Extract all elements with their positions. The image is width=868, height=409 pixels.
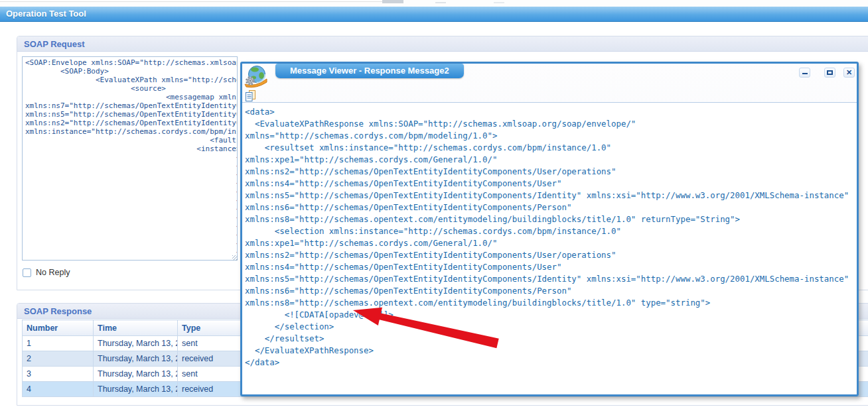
maximize-icon[interactable] — [824, 68, 835, 78]
no-reply-option: No Reply — [23, 268, 70, 277]
cell-number: 3 — [23, 367, 94, 382]
minimize-icon[interactable] — [799, 68, 810, 78]
browser-remnant-strip — [0, 0, 868, 7]
cell-time: Thursday, March 13, 2... — [94, 351, 178, 367]
annotation-arrow — [345, 302, 504, 354]
strip-notch — [382, 0, 403, 3]
soap-request-panel-title: SOAP Request — [17, 36, 868, 52]
copy-document-icon[interactable] — [244, 89, 257, 102]
resize-grip[interactable] — [232, 255, 238, 261]
strip-dash — [494, 2, 504, 3]
page: Operation Test Tool SOAP Request <SOAP:E… — [0, 0, 868, 409]
strip-dash — [435, 2, 446, 3]
globe-gear-icon — [244, 65, 269, 88]
column-header-number[interactable]: Number — [23, 320, 94, 336]
page-title: Operation Test Tool — [0, 7, 868, 22]
cell-time: Thursday, March 13, 2... — [94, 367, 178, 382]
close-icon[interactable]: ✕ — [843, 68, 855, 78]
cell-number: 4 — [23, 382, 94, 397]
column-header-time[interactable]: Time — [94, 320, 178, 336]
no-reply-label: No Reply — [36, 268, 70, 277]
cell-time: Thursday, March 13, 2... — [94, 336, 178, 351]
soap-request-editor[interactable]: <SOAP:Envelope xmlns:SOAP="http://schema… — [22, 56, 238, 261]
window-title[interactable]: Message Viewer - Response Message2 — [275, 64, 464, 78]
strip-line — [0, 1, 390, 2]
cell-number: 2 — [23, 351, 94, 367]
no-reply-checkbox[interactable] — [23, 268, 31, 277]
message-viewer-content: <data> <EvaluateXPathResponse xmlns:SOAP… — [242, 102, 857, 394]
message-viewer-window: Message Viewer - Response Message2 ✕ <da… — [240, 62, 859, 396]
cell-number: 1 — [23, 336, 94, 351]
cell-time: Thursday, March 13, 2... — [94, 382, 178, 397]
